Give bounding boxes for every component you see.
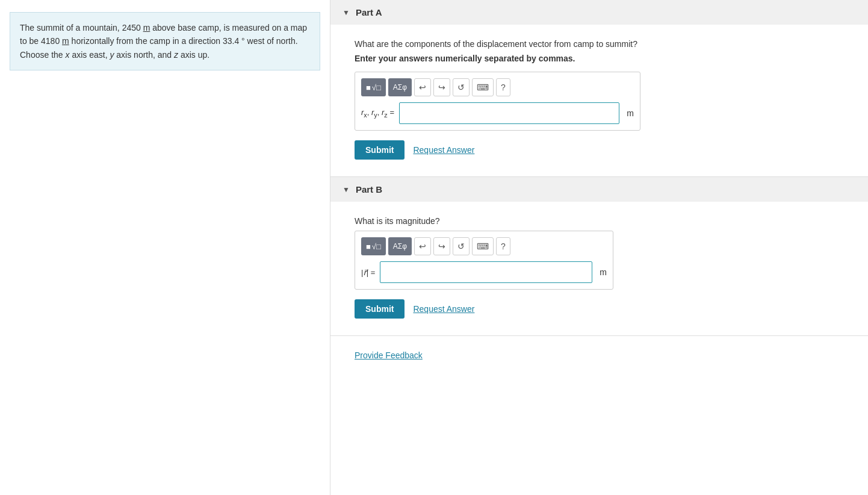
help-button-a[interactable]: ? [496,78,510,96]
part-b-section: ▼ Part B What is its magnitude? ■ √□ ΑΣφ… [330,177,868,336]
problem-text: The summit of a mountain, 2450 m above b… [20,23,307,60]
greek-button-b[interactable]: ΑΣφ [388,237,412,255]
undo-icon-b: ↩ [419,241,426,251]
undo-button-b[interactable]: ↩ [414,237,431,255]
part-b-input-row: |r⃗| = m [361,261,607,283]
part-a-instruction: Enter your answers numerically separated… [355,54,844,63]
part-b-math-container: ■ √□ ΑΣφ ↩ ↪ ↺ ⌨ [355,231,613,290]
part-a-header[interactable]: ▼ Part A [330,0,868,25]
part-a-input-label: rx, ry, rz = [361,108,394,119]
sqrt-symbol-a: √□ [372,83,381,92]
part-b-toolbar: ■ √□ ΑΣφ ↩ ↪ ↺ ⌨ [361,237,607,255]
feedback-section: Provide Feedback [330,336,868,375]
sqrt-symbol-b: √□ [372,242,381,251]
provide-feedback-button[interactable]: Provide Feedback [355,350,423,360]
help-button-b[interactable]: ? [496,237,510,255]
redo-button-b[interactable]: ↪ [433,237,450,255]
sqrt-icon-a: ■ [366,83,371,92]
part-a-content: What are the components of the displacem… [330,25,868,176]
part-a-question: What are the components of the displacem… [355,39,844,49]
part-a-unit: m [627,108,634,118]
greek-button-a[interactable]: ΑΣφ [388,78,412,96]
keyboard-icon-b: ⌨ [477,241,489,251]
part-b-label: Part B [356,184,382,195]
sqrt-button-a[interactable]: ■ √□ [361,78,386,96]
problem-box: The summit of a mountain, 2450 m above b… [10,12,320,70]
undo-button-a[interactable]: ↩ [414,78,431,96]
part-b-answer-input[interactable] [380,261,592,283]
redo-icon-a: ↪ [438,82,445,92]
keyboard-icon-a: ⌨ [477,82,489,92]
part-b-header[interactable]: ▼ Part B [330,177,868,202]
help-icon-b: ? [501,241,506,251]
part-b-input-label: |r⃗| = [361,268,375,277]
redo-icon-b: ↪ [438,241,445,251]
part-a-action-row: Submit Request Answer [355,140,844,160]
greek-label-a: ΑΣφ [393,83,407,92]
undo-icon-a: ↩ [419,82,426,92]
greek-label-b: ΑΣφ [393,242,407,251]
part-b-question: What is its magnitude? [355,216,844,226]
keyboard-button-a[interactable]: ⌨ [472,78,494,96]
part-a-math-container: ■ √□ ΑΣφ ↩ ↪ ↺ ⌨ [355,72,640,131]
refresh-button-a[interactable]: ↺ [453,78,470,96]
left-panel: The summit of a mountain, 2450 m above b… [0,0,330,495]
part-a-toolbar: ■ √□ ΑΣφ ↩ ↪ ↺ ⌨ [361,78,634,96]
part-a-section: ▼ Part A What are the components of the … [330,0,868,177]
keyboard-button-b[interactable]: ⌨ [472,237,494,255]
part-b-chevron-icon: ▼ [343,185,350,194]
part-a-chevron-icon: ▼ [343,8,350,17]
help-icon-a: ? [501,82,506,92]
part-b-submit-button[interactable]: Submit [355,299,405,319]
part-b-unit: m [600,267,607,277]
redo-button-a[interactable]: ↪ [433,78,450,96]
part-b-action-row: Submit Request Answer [355,299,844,319]
part-a-input-row: rx, ry, rz = m [361,102,634,124]
sqrt-button-b[interactable]: ■ √□ [361,237,386,255]
refresh-icon-b: ↺ [457,241,465,251]
part-a-request-answer-button[interactable]: Request Answer [413,145,474,155]
part-a-submit-button[interactable]: Submit [355,140,405,160]
part-a-label: Part A [356,7,382,17]
right-panel: ▼ Part A What are the components of the … [330,0,868,495]
sqrt-icon-b: ■ [366,242,371,251]
part-a-answer-input[interactable] [399,102,619,124]
refresh-button-b[interactable]: ↺ [453,237,470,255]
part-b-content: What is its magnitude? ■ √□ ΑΣφ ↩ ↪ [330,202,868,335]
part-b-request-answer-button[interactable]: Request Answer [413,304,474,314]
refresh-icon-a: ↺ [457,82,465,92]
